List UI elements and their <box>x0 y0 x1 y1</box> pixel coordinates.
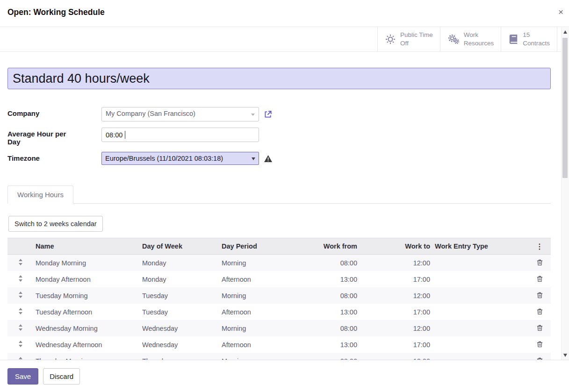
cell-day-of-week[interactable]: Tuesday <box>140 308 220 316</box>
cell-day-period[interactable]: Morning <box>220 259 289 267</box>
timezone-label: Timezone <box>7 152 80 162</box>
cell-day-period[interactable]: Morning <box>220 292 289 299</box>
cell-name[interactable]: Monday Afternoon <box>34 276 140 283</box>
delete-row-icon[interactable] <box>530 259 549 266</box>
cell-work-to[interactable]: 12:00 <box>360 259 433 267</box>
cell-work-to[interactable]: 17:00 <box>360 341 433 349</box>
delete-row-icon[interactable] <box>530 341 549 348</box>
col-header-day-period[interactable]: Day Period <box>220 242 289 250</box>
company-label: Company <box>7 107 80 117</box>
cell-work-from[interactable]: 08:00 <box>289 325 360 332</box>
cell-work-to[interactable]: 17:00 <box>360 276 433 283</box>
cell-name[interactable]: Monday Morning <box>34 259 140 267</box>
cell-day-period[interactable]: Afternoon <box>220 341 289 349</box>
working-hours-table: Name Day of Week Day Period Work from Wo… <box>7 238 551 369</box>
cell-day-of-week[interactable]: Wednesday <box>140 341 220 349</box>
cell-work-from[interactable]: 13:00 <box>289 341 360 349</box>
cell-name[interactable]: Wednesday Morning <box>34 325 140 332</box>
drag-handle-icon[interactable] <box>7 324 34 332</box>
table-body: Monday Morning Monday Morning 08:00 12:0… <box>7 255 551 369</box>
table-header-row: Name Day of Week Day Period Work from Wo… <box>7 238 551 255</box>
delete-row-icon[interactable] <box>530 308 549 315</box>
chevron-down-icon <box>252 157 255 160</box>
dialog-footer: Save Discard <box>0 360 569 392</box>
cell-day-of-week[interactable]: Monday <box>140 276 220 283</box>
external-link-icon[interactable] <box>264 110 272 119</box>
vertical-scrollbar[interactable] <box>561 28 569 360</box>
form-fields: Company My Company (San Francisco) Avera… <box>7 107 551 165</box>
cell-day-period[interactable]: Morning <box>220 325 289 332</box>
table-row[interactable]: Tuesday Morning Tuesday Morning 08:00 12… <box>7 287 551 304</box>
notebook-tabs: Working Hours <box>7 185 551 204</box>
schedule-name-input[interactable] <box>7 68 551 89</box>
col-header-name[interactable]: Name <box>34 242 140 250</box>
delete-row-icon[interactable] <box>530 324 549 331</box>
working-schedule-dialog: Open: Working Schedule × Public Time Off <box>0 0 569 392</box>
chevron-down-icon <box>251 114 255 116</box>
timezone-value: Europe/Brussels (11/10/2021 08:03:18) <box>105 155 223 162</box>
timezone-select[interactable]: Europe/Brussels (11/10/2021 08:03:18) <box>101 152 259 165</box>
public-time-off-button[interactable]: Public Time Off <box>377 27 440 51</box>
scroll-down-icon[interactable] <box>563 354 567 357</box>
company-value: My Company (San Francisco) <box>106 110 195 117</box>
table-row[interactable]: Wednesday Morning Wednesday Morning 08:0… <box>7 320 551 336</box>
stat-label-line1: 15 <box>523 31 530 38</box>
stat-label-line1: Work <box>464 31 478 38</box>
col-header-work-from[interactable]: Work from <box>289 242 360 250</box>
cell-day-period[interactable]: Afternoon <box>220 276 289 283</box>
cell-name[interactable]: Tuesday Morning <box>34 292 140 299</box>
dialog-title: Open: Working Schedule <box>7 7 105 17</box>
col-header-day-of-week[interactable]: Day of Week <box>140 242 220 250</box>
switch-two-weeks-button[interactable]: Switch to 2 weeks calendar <box>8 216 103 232</box>
scroll-up-icon[interactable] <box>563 30 567 34</box>
cell-work-from[interactable]: 13:00 <box>289 276 360 283</box>
save-button[interactable]: Save <box>7 368 38 385</box>
cell-name[interactable]: Wednesday Afternoon <box>34 341 140 349</box>
col-header-work-to[interactable]: Work to <box>360 242 433 250</box>
stat-label-line2: Resources <box>464 40 494 47</box>
warning-icon <box>264 155 273 163</box>
sun-icon <box>385 34 396 45</box>
cell-day-of-week[interactable]: Wednesday <box>140 325 220 332</box>
dialog-header: Open: Working Schedule × <box>0 0 569 27</box>
avg-hour-label: Average Hour per Day <box>7 128 80 146</box>
col-header-work-entry-type[interactable]: Work Entry Type <box>433 242 528 250</box>
tab-working-hours[interactable]: Working Hours <box>7 185 73 204</box>
drag-handle-icon[interactable] <box>7 259 34 267</box>
contracts-button[interactable]: 15 Contracts <box>501 27 557 51</box>
work-resources-button[interactable]: Work Resources <box>440 27 501 51</box>
cell-name[interactable]: Tuesday Afternoon <box>34 308 140 316</box>
stat-button-box: Public Time Off Work Resources <box>0 27 569 52</box>
delete-row-icon[interactable] <box>530 292 549 299</box>
table-row[interactable]: Monday Afternoon Monday Afternoon 13:00 … <box>7 271 551 287</box>
gears-icon <box>447 34 460 45</box>
stat-label-line2: Contracts <box>523 40 550 47</box>
cell-day-period[interactable]: Afternoon <box>220 308 289 316</box>
cell-work-from[interactable]: 08:00 <box>289 259 360 267</box>
text-cursor <box>125 131 125 139</box>
drag-handle-icon[interactable] <box>7 292 34 299</box>
cell-work-from[interactable]: 08:00 <box>289 292 360 299</box>
drag-handle-icon[interactable] <box>7 308 34 316</box>
delete-row-icon[interactable] <box>530 275 549 282</box>
company-select[interactable]: My Company (San Francisco) <box>101 107 259 121</box>
table-row[interactable]: Monday Morning Monday Morning 08:00 12:0… <box>7 255 551 271</box>
discard-button[interactable]: Discard <box>43 368 80 385</box>
cell-day-of-week[interactable]: Monday <box>140 259 220 267</box>
table-row[interactable]: Wednesday Afternoon Wednesday Afternoon … <box>7 336 551 353</box>
cell-work-from[interactable]: 13:00 <box>289 308 360 316</box>
form-sheet: Company My Company (San Francisco) Avera… <box>7 52 551 369</box>
stat-label-line1: Public Time <box>400 31 433 38</box>
cell-work-to[interactable]: 12:00 <box>360 325 433 332</box>
table-row[interactable]: Tuesday Afternoon Tuesday Afternoon 13:0… <box>7 304 551 320</box>
scrollbar-thumb[interactable] <box>562 38 568 178</box>
drag-handle-icon[interactable] <box>7 341 34 349</box>
optional-columns-icon[interactable]: ⋮ <box>528 242 551 251</box>
book-icon <box>508 34 519 44</box>
cell-day-of-week[interactable]: Tuesday <box>140 292 220 299</box>
drag-handle-icon[interactable] <box>7 275 34 283</box>
cell-work-to[interactable]: 17:00 <box>360 308 433 316</box>
close-icon[interactable]: × <box>558 7 563 16</box>
cell-work-to[interactable]: 12:00 <box>360 292 433 299</box>
stat-label-line2: Off <box>400 40 409 47</box>
